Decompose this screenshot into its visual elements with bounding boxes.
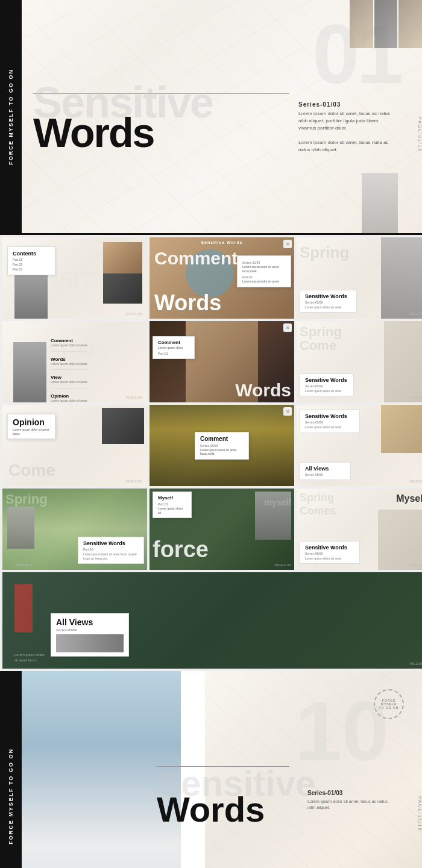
page-num: PAGE:03/15 (410, 312, 422, 316)
slide-allviews-dark: All Views Series-05/09 Lorem ipsum dolor… (2, 572, 422, 669)
photo-box-3 (398, 0, 422, 48)
box-title: Sensitive Words (305, 377, 348, 383)
overlay-series: Part.01 (158, 502, 186, 506)
slide-title-bar: Sensitive Words (201, 240, 242, 245)
divider-3 (51, 388, 87, 389)
person-face (255, 492, 291, 540)
box-body: Lorem ipsum dolor sit amet force myself … (83, 552, 139, 560)
close-button[interactable]: ✕ (283, 323, 292, 332)
photo-box-1 (350, 0, 373, 48)
slide-contents: SENSITIVE Contents Part.01 Part.02 Part.… (2, 237, 147, 319)
sensitive-box: Sensitive Words Series-05/09 Lorem ipsum… (300, 410, 360, 433)
slide-sensitive-b: Spring Come Sensitive Words Series-05/09… (297, 321, 422, 402)
box-body: Lorem ipsum dolor sit amet (305, 389, 348, 393)
box-title: Sensitive Words (83, 540, 139, 546)
hero-page-label: PAGE:01/15 (418, 117, 422, 152)
overlay-part: Part.02 (242, 275, 286, 279)
person-photo (13, 342, 46, 402)
opinion-list: Comment Lorem ipsum dolor sit amet Words… (51, 333, 87, 402)
info-box: Sensitive Words Series-05/09 Lorem ipsum… (300, 373, 354, 397)
come-text: Come (300, 338, 336, 354)
hero-sidebar: FORCE MYSELF TO GO ON (0, 0, 22, 233)
page-num: PAGE:01/15 (126, 396, 142, 399)
lorem-text: Lorem ipsum dolor sit amet lacus (14, 652, 45, 663)
slide-sensitive-spring: Spring Sensitive Words Series-05/09 Lore… (297, 237, 422, 319)
arch-photo (378, 510, 422, 570)
overlay-text: Lorem ipsum dolor sit (158, 507, 186, 514)
slide-sensitive-allviews: Sensitive Words Series-05/09 Lorem ipsum… (297, 405, 422, 486)
close-button[interactable]: ✕ (283, 240, 292, 248)
page-num: PAGE:03/15 (410, 563, 422, 567)
close-button[interactable]: ✕ (283, 407, 292, 416)
box-title: Sensitive Words (305, 413, 354, 419)
allviews-series: Series-05/09 (56, 628, 124, 632)
card-title: Contents (13, 251, 50, 257)
opinion-title: Opinion (13, 417, 50, 427)
box-body: Lorem ipsum dolor sit amet (305, 425, 354, 429)
page-num: PAGE:01/15 (275, 563, 291, 567)
box-body: Lorem ipsum dolor sit amet (305, 305, 351, 310)
hero-sidebar-text: FORCE MYSELF TO GO ON (8, 69, 14, 165)
hero-person-photo (362, 173, 398, 233)
opinion-item-opinion: Opinion Lorem ipsum dolor sit amet (51, 393, 87, 403)
allviews-title: All Views (305, 466, 345, 472)
bottom-main-content: Sensitive Words (157, 766, 301, 827)
box-series: Part.06 (83, 548, 139, 551)
overlay-title: Comment (158, 340, 189, 345)
slide-flower-dark: ✕ Comment Series-05/09 Lorem ipsum dolor… (150, 405, 294, 486)
overlay-text: Lorem ipsum dolor sit amet lacus nulla (200, 448, 244, 456)
opinion-item-words: Words Lorem ipsum dolor sit amet (51, 357, 87, 366)
opinion-text: Lorem ipsum dolor sit amet lacus (13, 428, 50, 436)
book-photo (384, 321, 422, 402)
box-series: Series-05/09 (305, 384, 348, 388)
info-box: Sensitive Words Series-05/09 Lorem ipsum… (300, 290, 357, 313)
slide-myself-sensitive: SpringComes Sensitive Words Series-05/09… (297, 489, 422, 570)
box-series: Series-05/09 (305, 420, 354, 424)
bottom-page-label: PAGE:15/15 (418, 796, 422, 831)
words-overlay: Words (235, 381, 291, 399)
bottom-lorem: Lorem ipsum dolor sit amet, lacus ac nat… (307, 799, 392, 811)
slide-opinion-list: SENSITIVE Comment Lorem ipsum dolor sit … (2, 321, 147, 402)
overlay-card: Comment Series-05/09 Lorem ipsum dolor s… (195, 432, 249, 460)
photo-moon (103, 273, 142, 304)
overlay-series: Series-01/03 (242, 261, 286, 264)
comment-big: Comment (154, 249, 238, 267)
hero-lorem1: Lorem ipsum dolor sit amet, lacus ac nat… (298, 110, 395, 131)
photo-box-2 (374, 0, 398, 48)
overlay-card: Comment Lorem ipsum dolor Part.01 (153, 336, 195, 359)
page-num: PAGE:03/15 (410, 479, 422, 483)
hero-main-content: Sensitive Words (33, 81, 301, 153)
slide-force-dark: force myself Myself Part.01 Lorem ipsum … (150, 489, 294, 570)
person-small (7, 507, 34, 549)
page-num: PAGE:03/15 (410, 396, 422, 399)
box-title: Sensitive Words (305, 293, 351, 299)
come-watermark: Come (8, 461, 55, 480)
slide-dark-person: ✕ Words Comment Lorem ipsum dolor Part.0… (150, 321, 294, 402)
hero-right-info: Series-01/03 Lorem ipsum dolor sit amet,… (298, 101, 395, 153)
opinion-item-view: View Lorem ipsum dolor sit amet (51, 375, 87, 384)
person-photo (381, 237, 422, 319)
card-item-3: Part.03 (13, 267, 50, 271)
bottom-sidebar-text: FORCE MYSELF TO GO ON (8, 748, 14, 845)
overlay-title: Comment (200, 436, 244, 442)
overlay-text: Lorem ipsum dolor sit amet lacus nulla (242, 265, 286, 273)
page-num: PAGE:01/15 (126, 312, 142, 316)
overlay-part: Part.01 (158, 352, 189, 355)
aerial-photo (0, 671, 181, 868)
overlay-series: Series-05/09 (200, 444, 244, 448)
grid-section: SENSITIVE Contents Part.01 Part.02 Part.… (0, 235, 422, 671)
divider-2 (51, 369, 87, 370)
overlay-card: Myself Part.01 Lorem ipsum dolor sit (153, 492, 192, 518)
red-figure (14, 584, 33, 632)
hero-lorem2: Lorem ipsum dolor sit amet, lacus nulla … (298, 139, 395, 153)
bottom-big-number: 10 (295, 689, 389, 773)
card-item-2: Part.02 (13, 263, 50, 266)
slide-spring-person: Spring Sensitive Words Part.06 Lorem ips… (2, 489, 147, 570)
overlay-title: Myself (158, 495, 186, 501)
page-num: PAGE:06/15 (16, 563, 142, 567)
hero-photo-strip (350, 0, 422, 48)
hero-slide: FORCE MYSELF TO GO ON Sensitive Words 01… (0, 0, 422, 235)
words-big: Words (154, 292, 221, 314)
overlay-card: Series-01/03 Lorem ipsum dolor sit amet … (237, 255, 291, 287)
page-num: PAGE:08/15 (410, 662, 422, 666)
